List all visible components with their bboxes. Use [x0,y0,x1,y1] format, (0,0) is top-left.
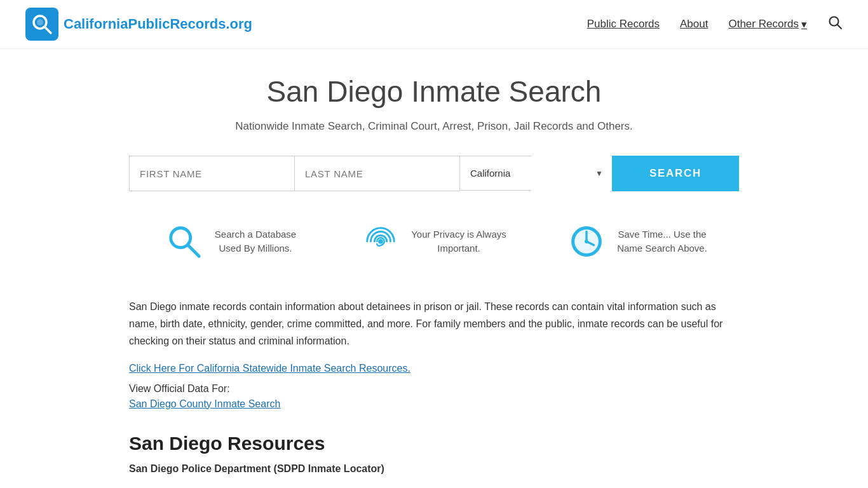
svg-point-2 [37,19,43,25]
california-statewide-link[interactable]: Click Here For California Statewide Inma… [129,363,410,374]
logo-icon [25,8,58,41]
main-content: San Diego Inmate Search Nationwide Inmat… [116,49,752,488]
san-diego-county-link[interactable]: San Diego County Inmate Search [129,398,280,409]
nav-search-icon[interactable] [827,15,843,34]
logo-link[interactable]: CaliforniaPublicRecords.org [25,8,252,41]
feature-database: Search a Database Used By Millions. [129,223,332,260]
view-official-label: View Official Data For: [129,383,739,395]
first-name-input[interactable] [129,156,294,191]
feature-time: Save Time... Use the Name Search Above. [536,223,739,260]
resources-heading: San Diego Resources [129,433,739,454]
clock-icon [567,223,606,260]
logo-text: CaliforniaPublicRecords.org [64,16,252,32]
nav-other-records-dropdown[interactable]: Other Records ▾ [728,18,807,31]
svg-point-7 [378,239,383,244]
feature-database-text: Search a Database Used By Millions. [215,227,296,256]
last-name-input[interactable] [294,156,459,191]
svg-line-6 [188,245,199,256]
search-magnify-icon [165,223,203,260]
svg-line-4 [837,25,842,29]
nav-about[interactable]: About [680,18,708,30]
feature-time-text: Save Time... Use the Name Search Above. [617,227,707,256]
state-select-wrapper: All States Alabama Alaska Arizona Arkans… [459,156,612,191]
sdpd-subheading: San Diego Police Department (SDPD Inmate… [129,463,739,475]
dropdown-arrow-icon: ▾ [801,18,807,31]
feature-privacy: Your Privacy is Always Important. [332,223,536,260]
feature-privacy-text: Your Privacy is Always Important. [411,227,506,256]
nav-public-records[interactable]: Public Records [587,18,660,30]
nav-links: Public Records About Other Records ▾ [587,15,843,34]
features-row: Search a Database Used By Millions. Your… [129,217,739,266]
svg-point-12 [585,240,588,243]
body-paragraph: San Diego inmate records contain informa… [129,298,739,350]
state-select[interactable]: All States Alabama Alaska Arizona Arkans… [459,156,531,191]
hero-subtitle: Nationwide Inmate Search, Criminal Court… [129,120,739,133]
svg-line-1 [44,27,51,33]
fingerprint-icon [362,223,400,260]
search-button[interactable]: SEARCH [612,156,739,191]
navbar: CaliforniaPublicRecords.org Public Recor… [0,0,868,49]
search-form: All States Alabama Alaska Arizona Arkans… [129,156,739,191]
page-title: San Diego Inmate Search [129,74,739,109]
nav-other-records-label: Other Records [728,18,799,30]
